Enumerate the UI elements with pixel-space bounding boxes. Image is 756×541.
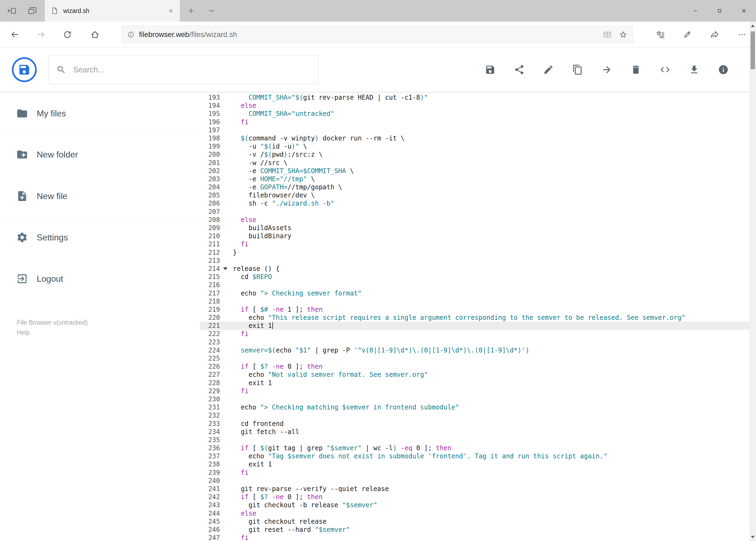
copy-button[interactable] xyxy=(563,55,592,84)
code-line-222[interactable]: 222 fi xyxy=(200,330,750,338)
delete-button[interactable] xyxy=(621,55,650,84)
code-line-228[interactable]: 228 exit 1 xyxy=(200,379,750,387)
code-line-229[interactable]: 229 fi xyxy=(200,387,750,395)
search-input[interactable] xyxy=(73,65,311,75)
sidebar-item-new-folder[interactable]: New folder xyxy=(0,139,200,170)
code-line-246[interactable]: 246 git reset --hard "$semver" xyxy=(200,526,750,534)
scrollbar-down-arrow[interactable] xyxy=(750,533,756,541)
sidebar-item-my-files[interactable]: My files xyxy=(0,98,200,129)
refresh-button[interactable] xyxy=(58,25,77,44)
code-line-208[interactable]: 208 else xyxy=(200,216,750,224)
code-line-227[interactable]: 227 echo "Not valid semver format. See s… xyxy=(200,370,750,379)
code-line-202[interactable]: 202 -e COMMIT_SHA=$COMMIT_SHA \ xyxy=(200,167,750,175)
code-line-238[interactable]: 238 exit 1 xyxy=(200,460,750,468)
code-line-214[interactable]: 214release () { xyxy=(200,265,750,273)
code-line-245[interactable]: 245 git checkout release xyxy=(200,517,750,526)
code-line-209[interactable]: 209 buildAssets xyxy=(200,224,750,232)
back-button[interactable] xyxy=(5,25,24,44)
tabs-set-aside-icon[interactable] xyxy=(23,0,42,22)
close-button[interactable] xyxy=(732,0,756,22)
code-line-242[interactable]: 242 if [ $? -ne 0 ]; then xyxy=(200,493,750,501)
tab-close-icon[interactable] xyxy=(168,8,174,14)
code-line-221[interactable]: 221 exit 1 xyxy=(200,322,750,330)
code-line-234[interactable]: 234 git fetch --all xyxy=(200,428,750,436)
code-line-218[interactable]: 218 xyxy=(200,297,750,305)
help-link[interactable]: Help xyxy=(17,327,88,337)
code-line-241[interactable]: 241 git rev-parse --verify --quiet relea… xyxy=(200,485,750,493)
code-line-205[interactable]: 205 filebrowser/dev \ xyxy=(200,191,750,199)
code-line-194[interactable]: 194 else xyxy=(200,102,750,110)
code-line-230[interactable]: 230 xyxy=(200,395,750,403)
code-line-223[interactable]: 223 xyxy=(200,338,750,346)
code-line-201[interactable]: 201 -w //src \ xyxy=(200,159,750,167)
web-note-pen-icon[interactable] xyxy=(678,25,697,44)
code-line-217[interactable]: 217 echo "> Checking semver format" xyxy=(200,289,750,297)
code-line-206[interactable]: 206 sh -c "./wizard.sh -b" xyxy=(200,199,750,208)
code-line-216[interactable]: 216 xyxy=(200,281,750,289)
favorite-star-icon[interactable] xyxy=(619,31,627,39)
move-button[interactable] xyxy=(592,55,621,84)
code-line-231[interactable]: 231 echo "> Checking matching $semver in… xyxy=(200,403,750,411)
code-line-213[interactable]: 213 xyxy=(200,257,750,265)
code-line-232[interactable]: 232 xyxy=(200,411,750,419)
site-info-icon[interactable] xyxy=(127,31,135,38)
info-button[interactable] xyxy=(709,55,738,84)
page-scrollbar[interactable] xyxy=(750,22,756,541)
code-line-210[interactable]: 210 buildBinary xyxy=(200,232,750,240)
reading-view-icon[interactable] xyxy=(603,30,612,39)
code-line-244[interactable]: 244 else xyxy=(200,509,750,517)
code-line-243[interactable]: 243 git checkout -b release "$semver" xyxy=(200,501,750,509)
code-line-200[interactable]: 200 -v /$(pwd):/src:z \ xyxy=(200,151,750,159)
browser-tab[interactable]: wizard.sh xyxy=(45,0,180,22)
sidebar-item-new-file[interactable]: New file xyxy=(0,181,200,211)
code-line-235[interactable]: 235 xyxy=(200,436,750,444)
code-line-198[interactable]: 198 $(command -v winpty) docker run --rm… xyxy=(200,134,750,142)
code-line-225[interactable]: 225 xyxy=(200,354,750,362)
code-line-203[interactable]: 203 -e HOME="//tmp" \ xyxy=(200,175,750,183)
share-button[interactable] xyxy=(505,55,534,84)
new-tab-button[interactable] xyxy=(181,0,201,22)
code-line-233[interactable]: 233 cd frontend xyxy=(200,420,750,428)
hub-favorites-icon[interactable] xyxy=(651,25,670,44)
code-line-197[interactable]: 197 xyxy=(200,126,750,134)
scrollbar-thumb[interactable] xyxy=(751,31,755,69)
tab-preview-chevron[interactable] xyxy=(202,0,221,22)
maximize-button[interactable] xyxy=(707,0,732,22)
code-line-219[interactable]: 219 if [ $# -ne 1 ]; then xyxy=(200,305,750,313)
filebrowser-logo[interactable] xyxy=(12,57,37,82)
code-line-199[interactable]: 199 -u "$(id -u)" \ xyxy=(200,142,750,151)
scrollbar-up-arrow[interactable] xyxy=(750,22,756,30)
more-options-icon[interactable] xyxy=(733,25,752,44)
code-line-204[interactable]: 204 -e GOPATH=//tmp/gopath \ xyxy=(200,183,750,191)
code-line-196[interactable]: 196 fi xyxy=(200,118,750,126)
share-page-icon[interactable] xyxy=(705,25,724,44)
save-button[interactable] xyxy=(476,55,505,84)
code-line-195[interactable]: 195 COMMIT_SHA="untracked" xyxy=(200,110,750,118)
home-button[interactable] xyxy=(86,25,105,44)
sidebar-item-logout[interactable]: Logout xyxy=(0,264,200,294)
code-line-207[interactable]: 207 xyxy=(200,208,750,216)
edit-button[interactable] xyxy=(534,55,563,84)
set-tabs-aside-icon[interactable] xyxy=(2,0,22,22)
code-line-247[interactable]: 247 fi xyxy=(200,534,750,541)
code-line-211[interactable]: 211 fi xyxy=(200,240,750,248)
code-line-220[interactable]: 220 echo "This release script requires a… xyxy=(200,313,750,322)
sidebar-item-settings[interactable]: Settings xyxy=(0,222,200,253)
code-editor[interactable]: 193 COMMIT_SHA="$(git rev-parse HEAD | c… xyxy=(200,92,750,541)
fold-marker-icon[interactable] xyxy=(223,268,227,270)
code-line-240[interactable]: 240 xyxy=(200,477,750,485)
minimize-button[interactable] xyxy=(683,0,707,22)
download-button[interactable] xyxy=(680,55,709,84)
code-line-239[interactable]: 239 fi xyxy=(200,469,750,477)
code-line-193[interactable]: 193 COMMIT_SHA="$(git rev-parse HEAD | c… xyxy=(200,94,750,102)
code-button[interactable] xyxy=(650,55,680,84)
code-line-224[interactable]: 224 semver=$(echo "$1" | grep -P '^v(0|[… xyxy=(200,346,750,354)
forward-button[interactable] xyxy=(32,25,51,44)
search-box[interactable] xyxy=(49,55,319,84)
code-line-236[interactable]: 236 if [ $(git tag | grep "$semver" | wc… xyxy=(200,444,750,452)
code-line-212[interactable]: 212} xyxy=(200,249,750,257)
code-line-215[interactable]: 215 cd $REPO xyxy=(200,273,750,281)
code-line-237[interactable]: 237 echo "Tag $semver does not exist in … xyxy=(200,452,750,460)
code-line-226[interactable]: 226 if [ $? -ne 0 ]; then xyxy=(200,362,750,370)
address-bar[interactable]: filebrowser.web/files/wizard.sh xyxy=(122,26,633,44)
